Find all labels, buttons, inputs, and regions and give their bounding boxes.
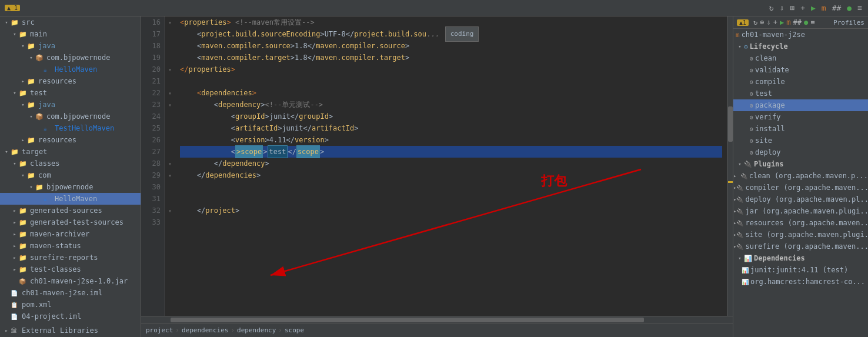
warning-badge[interactable]: ▲ 1: [5, 5, 20, 11]
maven-project-root[interactable]: m ch01-maven-j2se: [733, 29, 868, 41]
maven-compile[interactable]: ⚙compile: [733, 76, 868, 88]
maven-plugin-deploy[interactable]: ▸ 🔌 deploy (org.apache.maven.pl...: [733, 193, 868, 205]
fold-icon-16[interactable]: ▾: [165, 16, 175, 28]
expand-arrow[interactable]: ▾: [11, 161, 19, 166]
maven-validate[interactable]: ⚙validate: [733, 64, 868, 76]
maven-run-icon[interactable]: ▶: [780, 18, 784, 26]
deps-arrow[interactable]: ▾: [736, 255, 744, 261]
maven-deploy[interactable]: ⚙deploy: [733, 146, 868, 158]
fold-icon-28[interactable]: ▾: [165, 158, 175, 169]
expand-arrow[interactable]: ▾: [11, 31, 19, 37]
maven-download-icon[interactable]: ⇩: [767, 18, 771, 26]
maven-verify[interactable]: ⚙verify: [733, 111, 868, 123]
grid-icon[interactable]: ⊞: [789, 2, 796, 14]
expand-arrow[interactable]: ▾: [19, 102, 27, 108]
maven-dep-hamcrest[interactable]: 📊 org.hamcrest:hamcrest-co...: [733, 276, 868, 288]
m-icon[interactable]: m: [820, 2, 827, 14]
tree-item-main[interactable]: ▾ 📁 main: [0, 28, 141, 40]
download-icon[interactable]: ⇩: [779, 2, 786, 14]
maven-plugin-compiler[interactable]: ▸ 🔌 compiler (org.apache.maven...: [733, 182, 868, 193]
fold-icon-23[interactable]: ▾: [165, 99, 175, 111]
maven-circle-icon[interactable]: ●: [804, 18, 808, 26]
maven-site[interactable]: ⚙site: [733, 135, 868, 146]
breadcrumb-project[interactable]: project: [146, 326, 173, 334]
expand-arrow[interactable]: ▾: [2, 149, 11, 155]
tree-item-maven-status[interactable]: ▸ 📁 maven-status: [0, 240, 141, 252]
expand-arrow[interactable]: ▾: [2, 19, 11, 25]
maven-plugin-site[interactable]: ▸ 🔌 site (org.apache.maven.plugi...: [733, 229, 868, 241]
breadcrumb-dependencies[interactable]: dependencies: [182, 326, 228, 334]
expand-arrow[interactable]: ▸: [19, 137, 27, 143]
horizontal-scrollbar[interactable]: [141, 316, 733, 323]
maven-test[interactable]: ⚙test: [733, 88, 868, 99]
code-lines[interactable]: <properties> <!--maven常用设置--> <project.b…: [175, 16, 727, 316]
refresh-icon[interactable]: ↻: [768, 2, 775, 14]
maven-plugins-header[interactable]: ▾ 🔌 Plugins: [733, 158, 868, 170]
editor-scrollbar[interactable]: [727, 16, 733, 316]
expand-arrow[interactable]: ▾: [27, 55, 35, 61]
tree-item-java-test[interactable]: ▾ 📁 java: [0, 99, 141, 111]
expand-arrow[interactable]: ▸: [2, 328, 11, 333]
tree-item-surefire-reports[interactable]: ▸ 📁 surefire-reports: [0, 252, 141, 263]
tree-item-package2[interactable]: ▾ 📦 com.bjpowernode: [0, 111, 141, 122]
hash-icon[interactable]: ##: [831, 2, 843, 14]
maven-refresh-icon[interactable]: ↻: [753, 18, 757, 26]
maven-dependencies-header[interactable]: ▾ 📊 Dependencies: [733, 252, 868, 264]
plugins-arrow[interactable]: ▾: [736, 161, 744, 167]
breadcrumb-dependency[interactable]: dependency: [237, 326, 276, 334]
run-icon[interactable]: ▶: [810, 2, 817, 14]
tree-item-resources1[interactable]: ▸ 📁 resources: [0, 75, 141, 87]
plugin-arrow[interactable]: ▸: [733, 173, 740, 179]
circle-icon[interactable]: ●: [846, 2, 853, 14]
tree-item-ch01-iml[interactable]: 📄 ch01-maven-j2se.iml: [0, 287, 141, 299]
tree-item-hellomaven2[interactable]: ☕ HelloMaven: [0, 193, 141, 205]
fold-icon-29[interactable]: ▾: [165, 169, 175, 181]
menu-icon[interactable]: ≡: [856, 2, 863, 14]
expand-arrow[interactable]: ▾: [27, 184, 35, 190]
tree-item-test[interactable]: ▾ 📁 test: [0, 87, 141, 99]
tree-item-pom[interactable]: 📋 pom.xml: [0, 299, 141, 311]
maven-m-icon[interactable]: m: [786, 18, 790, 26]
expand-arrow[interactable]: ▸: [11, 255, 19, 261]
tree-item-test-classes[interactable]: ▸ 📁 test-classes: [0, 263, 141, 275]
tree-item-package1[interactable]: ▾ 📦 com.bjpowernode: [0, 52, 141, 64]
expand-arrow[interactable]: ▾: [27, 114, 35, 119]
expand-arrow[interactable]: ▸: [11, 208, 19, 213]
maven-menu-icon[interactable]: ≡: [810, 18, 814, 26]
expand-arrow[interactable]: ▸: [11, 266, 19, 272]
maven-install[interactable]: ⚙install: [733, 123, 868, 135]
maven-plugin-jar[interactable]: ▸ 🔌 jar (org.apache.maven.plugi...: [733, 205, 868, 217]
maven-warning-badge[interactable]: ▲1: [737, 19, 749, 26]
expand-arrow[interactable]: ▸: [11, 243, 19, 249]
tree-item-hellomaven1[interactable]: ☕ HelloMaven: [0, 64, 141, 75]
add-icon[interactable]: +: [799, 2, 806, 14]
fold-icon-32[interactable]: ▾: [165, 205, 175, 216]
maven-plugin-surefire[interactable]: ▸ 🔌 surefire (org.apache.maven...: [733, 241, 868, 252]
fold-icon-22[interactable]: ▾: [165, 87, 175, 99]
maven-add-icon[interactable]: ⊕: [760, 18, 764, 26]
tree-item-04project[interactable]: 📄 04-project.iml: [0, 311, 141, 322]
tree-item-resources2[interactable]: ▸ 📁 resources: [0, 134, 141, 146]
maven-plugin-clean[interactable]: ▸ 🔌 clean (org.apache.maven.p...: [733, 170, 868, 182]
expand-arrow[interactable]: ▾: [19, 172, 27, 178]
tree-item-testhellomaven[interactable]: ☕ TestHelloMaven: [0, 122, 141, 134]
tree-item-maven-archiver[interactable]: ▸ 📁 maven-archiver: [0, 228, 141, 240]
tree-item-src[interactable]: ▾ 📁 src: [0, 16, 141, 28]
tree-item-target[interactable]: ▾ 📁 target: [0, 146, 141, 158]
breadcrumb-scope[interactable]: scope: [285, 326, 304, 334]
tree-item-gen-test-src[interactable]: ▸ 📁 generated-test-sources: [0, 216, 141, 228]
tree-item-com[interactable]: ▾ 📁 com: [0, 169, 141, 181]
tree-item-bjpowernode[interactable]: ▾ 📁 bjpowernode: [0, 181, 141, 193]
tree-item-jar[interactable]: 📦 ch01-maven-j2se-1.0.jar: [0, 275, 141, 287]
maven-package[interactable]: ⚙package: [733, 99, 868, 111]
expand-arrow[interactable]: ▸: [11, 219, 19, 225]
maven-clean[interactable]: ⚙clean: [733, 52, 868, 64]
fold-icon-20[interactable]: ▾: [165, 64, 175, 75]
maven-plugin-resources[interactable]: ▸ 🔌 resources (org.apache.maven...: [733, 217, 868, 229]
tree-item-java[interactable]: ▾ 📁 java: [0, 40, 141, 52]
lifecycle-arrow[interactable]: ▾: [736, 44, 744, 49]
tree-item-gen-src[interactable]: ▸ 📁 generated-sources: [0, 205, 141, 216]
tree-item-ext-lib[interactable]: ▸ 🏛 External Libraries: [0, 325, 141, 336]
maven-plus-icon[interactable]: +: [773, 18, 777, 26]
expand-arrow[interactable]: ▸: [11, 231, 19, 237]
